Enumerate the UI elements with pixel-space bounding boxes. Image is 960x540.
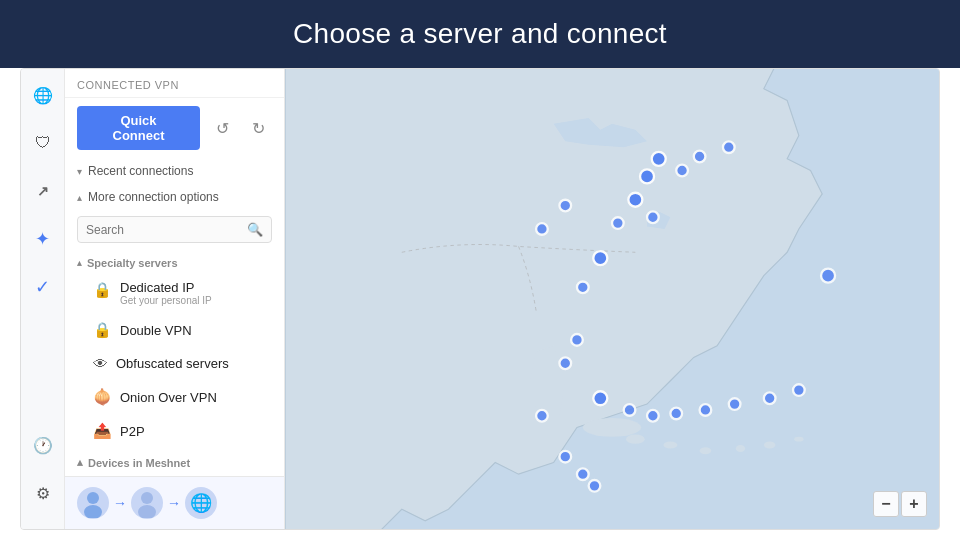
svg-point-15 bbox=[694, 151, 706, 163]
arrow-right-2: → bbox=[167, 495, 181, 511]
avatar-person1 bbox=[77, 487, 109, 519]
svg-point-37 bbox=[577, 468, 589, 480]
arrow-right-1: → bbox=[113, 495, 127, 511]
obfuscated-label: Obfuscated servers bbox=[116, 356, 229, 371]
svg-point-1 bbox=[84, 505, 102, 518]
svg-point-20 bbox=[593, 251, 607, 265]
svg-point-34 bbox=[571, 334, 583, 346]
svg-point-14 bbox=[676, 165, 688, 177]
server-item-onion[interactable]: 🧅 Onion Over VPN bbox=[65, 380, 284, 414]
avatar-row: → → 🌐 bbox=[77, 487, 217, 519]
svg-point-38 bbox=[589, 480, 601, 492]
svg-point-36 bbox=[559, 451, 571, 463]
onion-icon: 🧅 bbox=[93, 388, 112, 406]
server-item-double-vpn[interactable]: 🔒 Double VPN bbox=[65, 313, 284, 347]
sidebar-item-nodes[interactable]: ✦ bbox=[27, 223, 59, 255]
search-wrap: 🔍 bbox=[77, 216, 272, 243]
svg-point-32 bbox=[821, 269, 835, 283]
dedicated-ip-info: Dedicated IP Get your personal IP bbox=[120, 280, 212, 306]
sidebar-item-check[interactable]: ✓ bbox=[27, 271, 59, 303]
refresh-icon-button[interactable]: ↺ bbox=[208, 114, 236, 142]
svg-point-7 bbox=[700, 447, 712, 454]
svg-point-26 bbox=[647, 410, 659, 422]
obfuscated-icon: 👁 bbox=[93, 355, 108, 372]
reload-icon-button[interactable]: ↻ bbox=[244, 114, 272, 142]
svg-point-3 bbox=[138, 505, 156, 518]
zoom-controls: − + bbox=[873, 491, 927, 517]
quick-connect-button[interactable]: Quick Connect bbox=[77, 106, 200, 150]
svg-point-29 bbox=[729, 398, 741, 410]
p2p-label: P2P bbox=[120, 424, 145, 439]
search-icon: 🔍 bbox=[247, 222, 263, 237]
dedicated-ip-name: Dedicated IP bbox=[120, 280, 212, 295]
server-item-p2p[interactable]: 📤 P2P bbox=[65, 414, 284, 448]
map-area[interactable]: − + bbox=[285, 69, 939, 529]
server-panel: CONNECTED VPN Quick Connect ↺ ↻ ▾ Recent… bbox=[65, 69, 285, 529]
zoom-out-button[interactable]: − bbox=[873, 491, 899, 517]
specialty-servers-label: Specialty servers bbox=[87, 257, 178, 269]
more-options-row[interactable]: ▴ More connection options bbox=[65, 184, 284, 210]
recent-connections-row[interactable]: ▾ Recent connections bbox=[65, 158, 284, 184]
devices-chevron: ▴ bbox=[77, 456, 83, 469]
main-content: 🌐 🛡 ↗ ✦ ✓ 🕐 ⚙ CONNECTED VPN Quick Connec… bbox=[20, 68, 940, 530]
svg-point-24 bbox=[593, 391, 607, 405]
svg-point-0 bbox=[87, 492, 99, 504]
svg-point-33 bbox=[559, 357, 571, 369]
sidebar-item-shield[interactable]: 🛡 bbox=[27, 127, 59, 159]
svg-point-6 bbox=[663, 441, 677, 448]
svg-point-25 bbox=[624, 404, 636, 416]
icon-sidebar: 🌐 🛡 ↗ ✦ ✓ 🕐 ⚙ bbox=[21, 69, 65, 529]
dedicated-ip-sub: Get your personal IP bbox=[120, 295, 212, 306]
svg-point-2 bbox=[141, 492, 153, 504]
svg-point-31 bbox=[793, 384, 805, 396]
onion-label: Onion Over VPN bbox=[120, 390, 217, 405]
svg-point-35 bbox=[536, 410, 548, 422]
svg-point-18 bbox=[647, 211, 659, 223]
chevron-icon: ▾ bbox=[77, 166, 82, 177]
meshnet-banner: → → 🌐 bbox=[65, 476, 284, 529]
chevron-icon-2: ▴ bbox=[77, 192, 82, 203]
sidebar-item-clock[interactable]: 🕐 bbox=[27, 429, 59, 461]
p2p-icon: 📤 bbox=[93, 422, 112, 440]
sidebar-item-settings[interactable]: ⚙ bbox=[27, 477, 59, 509]
panel-scroll-area: ▴ Specialty servers 🔒 Dedicated IP Get y… bbox=[65, 249, 284, 476]
search-row: 🔍 bbox=[65, 210, 284, 249]
svg-point-28 bbox=[700, 404, 712, 416]
panel-header: CONNECTED VPN bbox=[65, 69, 284, 98]
svg-point-30 bbox=[764, 392, 776, 404]
svg-point-23 bbox=[536, 223, 548, 235]
zoom-in-button[interactable]: + bbox=[901, 491, 927, 517]
svg-point-12 bbox=[652, 152, 666, 166]
search-input[interactable] bbox=[86, 223, 247, 237]
app-container: Choose a server and connect 🌐 🛡 ↗ ✦ ✓ 🕐 … bbox=[0, 0, 960, 540]
svg-point-27 bbox=[670, 408, 682, 420]
specialty-servers-header[interactable]: ▴ Specialty servers bbox=[65, 249, 284, 273]
svg-point-21 bbox=[577, 281, 589, 293]
double-vpn-icon: 🔒 bbox=[93, 321, 112, 339]
server-item-obfuscated[interactable]: 👁 Obfuscated servers bbox=[65, 347, 284, 380]
server-item-dedicated-ip[interactable]: 🔒 Dedicated IP Get your personal IP bbox=[65, 273, 284, 313]
double-vpn-label: Double VPN bbox=[120, 323, 192, 338]
avatar-person2 bbox=[131, 487, 163, 519]
svg-point-11 bbox=[583, 418, 641, 437]
devices-label: Devices in Meshnet bbox=[88, 457, 190, 469]
top-banner: Choose a server and connect bbox=[0, 0, 960, 68]
svg-point-17 bbox=[628, 193, 642, 207]
svg-point-16 bbox=[723, 141, 735, 153]
sidebar-item-share[interactable]: ↗ bbox=[27, 175, 59, 207]
dedicated-ip-icon: 🔒 bbox=[93, 281, 112, 299]
sidebar-item-globe[interactable]: 🌐 bbox=[27, 79, 59, 111]
svg-point-22 bbox=[559, 200, 571, 212]
svg-point-19 bbox=[612, 217, 624, 229]
svg-point-5 bbox=[626, 434, 645, 443]
avatar-globe: 🌐 bbox=[185, 487, 217, 519]
svg-point-9 bbox=[764, 441, 776, 448]
svg-point-8 bbox=[736, 445, 745, 452]
specialty-chevron: ▴ bbox=[77, 258, 82, 268]
quick-connect-row: Quick Connect ↺ ↻ bbox=[65, 98, 284, 158]
map-svg bbox=[285, 69, 939, 529]
svg-point-13 bbox=[640, 169, 654, 183]
banner-title: Choose a server and connect bbox=[0, 18, 960, 50]
more-options-label: More connection options bbox=[88, 190, 219, 204]
devices-meshnet-row[interactable]: ▴ Devices in Meshnet bbox=[65, 448, 284, 473]
